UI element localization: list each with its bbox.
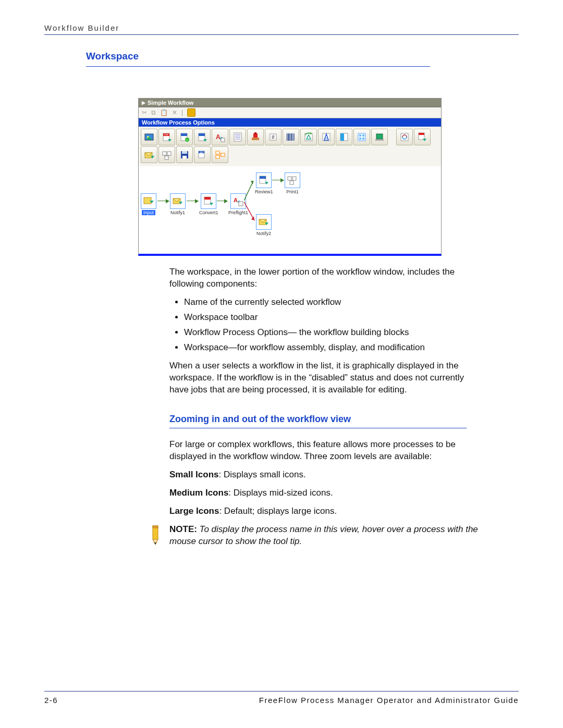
svg-rect-24 <box>254 132 256 134</box>
svg-rect-42 <box>362 134 364 137</box>
process-options-palette: PDF + Ac # JDF <box>139 127 441 166</box>
node-print1[interactable]: Print1 <box>285 172 300 194</box>
svg-rect-55 <box>163 152 166 155</box>
connector-icon <box>157 201 169 201</box>
bullet-list: Name of the currently selected workflow … <box>169 297 480 354</box>
list-item: Workflow Process Options— the workflow b… <box>184 327 480 339</box>
list-item: Workspace toolbar <box>184 312 480 324</box>
svg-rect-98 <box>153 526 158 528</box>
process-option-icon[interactable] <box>212 146 228 163</box>
process-option-icon[interactable] <box>247 129 264 145</box>
connector-icon <box>244 202 258 225</box>
process-option-icon[interactable] <box>141 146 157 163</box>
svg-rect-23 <box>253 133 258 138</box>
page-footer: 2-6 FreeFlow Process Manager Operator an… <box>44 691 519 705</box>
process-option-icon[interactable]: + <box>176 129 193 145</box>
zoom-small: Small Icons: Displays small icons. <box>169 469 480 481</box>
svg-rect-83 <box>260 176 266 179</box>
workflow-name: Simple Workflow <box>148 100 193 106</box>
svg-rect-29 <box>290 133 291 141</box>
svg-rect-85 <box>288 177 291 180</box>
process-option-icon[interactable]: # <box>265 129 282 145</box>
process-option-icon[interactable] <box>283 129 299 145</box>
svg-rect-28 <box>288 133 290 141</box>
book-title: FreeFlow Process Manager Operator and Ad… <box>259 696 519 705</box>
connector-icon <box>187 201 198 201</box>
process-option-icon[interactable] <box>194 129 211 145</box>
process-option-icon[interactable]: JDF <box>194 146 211 163</box>
process-option-icon[interactable]: Ac <box>212 129 228 145</box>
expand-icon: ▶ <box>142 100 145 105</box>
paragraph: For large or complex workflows, this fea… <box>169 439 480 463</box>
process-option-icon[interactable] <box>396 129 413 145</box>
process-options-header: Workflow Process Options <box>139 118 441 127</box>
list-item: Name of the currently selected workflow <box>184 297 480 309</box>
svg-text:PDF: PDF <box>164 133 169 136</box>
process-option-icon[interactable] <box>336 129 352 145</box>
svg-rect-66 <box>216 151 219 154</box>
process-option-icon[interactable] <box>176 146 193 163</box>
connector-icon <box>217 201 227 201</box>
svg-rect-87 <box>290 181 293 184</box>
svg-rect-46 <box>375 139 384 141</box>
page-header: Workflow Builder <box>44 23 519 35</box>
svg-rect-8 <box>181 133 187 136</box>
node-notify2[interactable]: Notify2 <box>256 214 272 236</box>
svg-rect-81 <box>239 202 243 206</box>
node-notify1[interactable]: Notify1 <box>170 193 186 215</box>
page-number: 2-6 <box>44 696 58 705</box>
process-option-icon[interactable] <box>158 146 175 163</box>
process-option-icon[interactable]: PDF <box>158 129 175 145</box>
svg-rect-56 <box>167 152 171 155</box>
svg-rect-17 <box>234 133 241 141</box>
svg-line-91 <box>244 181 253 201</box>
node-input[interactable]: Input <box>141 193 156 215</box>
paste-icon: 📋 <box>160 109 168 116</box>
svg-rect-16 <box>221 138 225 142</box>
cut-icon: ✂ <box>142 109 147 116</box>
workspace-toolbar: ✂ ⧉ 📋 ✕ | <box>139 107 441 118</box>
svg-rect-30 <box>291 133 292 141</box>
node-convert1[interactable]: Convert1 <box>199 193 218 215</box>
zoom-medium: Medium Icons: Displays mid-sized icons. <box>169 487 480 499</box>
svg-rect-77 <box>204 197 211 200</box>
zoom-large: Large Icons: Default; displays large ico… <box>169 505 480 517</box>
workflow-canvas: Input Notify1 Convert1 Ac Preflight1 Rev… <box>139 166 441 254</box>
process-option-icon[interactable] <box>414 129 431 145</box>
svg-rect-12 <box>199 133 205 136</box>
gold-icon <box>187 108 195 117</box>
paragraph: The workspace, in the lower portion of t… <box>169 266 480 290</box>
svg-text:A: A <box>234 197 238 203</box>
process-option-icon[interactable] <box>300 129 317 145</box>
copy-icon: ⧉ <box>151 109 156 116</box>
delete-icon: ✕ <box>172 109 177 116</box>
process-option-icon[interactable] <box>229 129 246 145</box>
svg-rect-67 <box>216 155 219 158</box>
process-option-icon[interactable] <box>141 129 157 145</box>
svg-text:+: + <box>186 138 188 141</box>
process-option-icon[interactable] <box>353 129 370 145</box>
svg-rect-44 <box>362 138 364 140</box>
heading-zooming: Zooming in and out of the workflow view <box>169 414 467 428</box>
svg-rect-50 <box>419 133 424 135</box>
svg-rect-47 <box>401 133 408 141</box>
node-review1[interactable]: Review1 <box>255 172 273 194</box>
svg-rect-27 <box>287 133 288 141</box>
svg-rect-45 <box>376 134 383 139</box>
heading-workspace: Workspace <box>86 51 430 67</box>
svg-rect-62 <box>182 151 187 154</box>
note-block: NOTE: To display the process name in thi… <box>149 524 480 548</box>
workflow-title-bar: ▶ Simple Workflow <box>139 98 441 107</box>
svg-rect-31 <box>293 133 295 141</box>
pencil-icon <box>149 525 164 546</box>
svg-text:JDF: JDF <box>200 152 203 154</box>
svg-rect-86 <box>292 177 296 180</box>
process-option-icon[interactable] <box>371 129 388 145</box>
connector-icon <box>244 179 256 205</box>
svg-rect-57 <box>165 156 168 159</box>
process-option-icon[interactable] <box>318 129 335 145</box>
svg-rect-43 <box>359 138 361 140</box>
svg-text:#: # <box>272 134 275 140</box>
svg-rect-39 <box>340 133 344 141</box>
svg-rect-22 <box>252 138 259 140</box>
